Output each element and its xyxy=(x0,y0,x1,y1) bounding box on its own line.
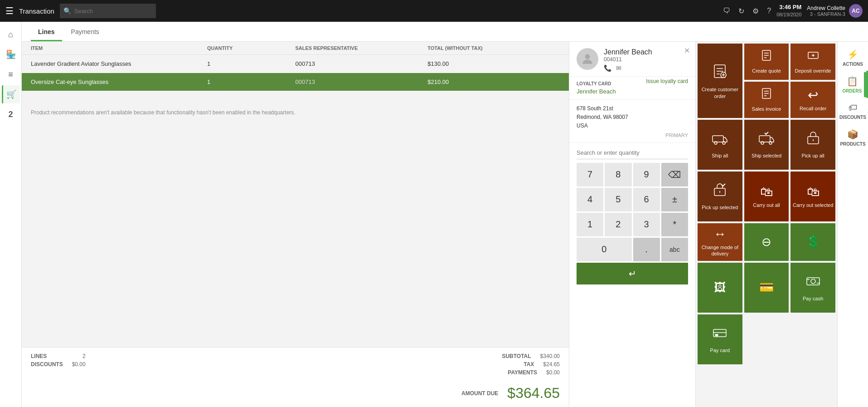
carry-out-selected-label: Carry out selected xyxy=(793,202,833,208)
svg-rect-22 xyxy=(759,136,770,142)
sidebar-item-store[interactable]: 🏪 xyxy=(2,45,20,64)
lines-table: ITEM QUANTITY SALES REPRESENTATIVE TOTAL… xyxy=(22,42,569,347)
numpad-4[interactable]: 4 xyxy=(577,188,603,211)
deposit-override-tile[interactable]: Deposit override xyxy=(790,44,835,80)
email-icon[interactable]: ✉ xyxy=(616,64,621,72)
ship-all-tile[interactable]: Ship all xyxy=(698,120,742,170)
address-section: 678 South 21st Redmond, WA 98007 USA PRI… xyxy=(569,100,695,142)
sidebar-nav: ⌂ 🏪 ≡ 🛒 2 xyxy=(0,22,22,407)
pick-up-selected-icon xyxy=(712,182,728,201)
icon-action-1-tile[interactable]: ⊖ xyxy=(744,223,789,261)
settings-icon[interactable]: ⚙ xyxy=(752,7,759,15)
carry-out-all-icon: 🛍 xyxy=(760,184,773,199)
item-rep: 000713 xyxy=(296,60,428,67)
recall-order-label: Recall order xyxy=(800,105,826,112)
sidebar-item-menu[interactable]: ≡ xyxy=(2,65,20,83)
carry-out-all-tile[interactable]: 🛍 Carry out all xyxy=(744,172,789,221)
numpad-dot[interactable]: . xyxy=(633,238,660,261)
numpad-grid: 7 8 9 ⌫ 4 5 6 ± 1 2 3 * 0 . abc xyxy=(577,163,688,284)
col-total: TOTAL (WITHOUT TAX) xyxy=(427,45,560,51)
carry-out-selected-tile[interactable]: 🛍 Carry out selected xyxy=(790,172,835,221)
recall-order-tile[interactable]: ↩ Recall order xyxy=(790,82,835,118)
amount-due-value: $364.65 xyxy=(507,385,560,402)
help-icon[interactable]: ? xyxy=(767,7,771,15)
svg-point-28 xyxy=(811,279,815,284)
tiles-area: Create customer order Create quote Depos… xyxy=(696,42,837,407)
numpad-backspace[interactable]: ⌫ xyxy=(661,163,688,186)
customer-header: Jennifer Beach 004011 📞 ✉ ✕ xyxy=(569,42,695,77)
create-customer-order-tile[interactable]: Create customer order xyxy=(698,44,742,118)
discounts-icon: 🏷 xyxy=(849,103,858,113)
tab-lines[interactable]: Lines xyxy=(31,24,62,41)
ship-selected-tile[interactable]: Ship selected xyxy=(744,120,789,170)
numpad-3[interactable]: 3 xyxy=(633,213,660,236)
item-name: Oversize Cat-eye Sunglasses xyxy=(31,78,207,85)
numpad-2[interactable]: 2 xyxy=(605,213,631,236)
phone-icon[interactable]: 📞 xyxy=(604,64,611,72)
item-total: $210.00 xyxy=(427,78,560,85)
table-row[interactable]: Lavender Gradient Aviator Sunglasses 1 0… xyxy=(22,55,569,73)
numpad-1[interactable]: 1 xyxy=(577,213,603,236)
tabs-bar: Lines Payments xyxy=(22,22,868,42)
sidebar-item-discounts[interactable]: 🏷 DISCOUNTS xyxy=(839,99,867,123)
icon-action-3-tile[interactable]: 🖼 xyxy=(698,263,742,313)
sidebar-item-orders[interactable]: 📋 ORDERS xyxy=(839,72,867,97)
search-input[interactable] xyxy=(60,4,156,18)
numpad-0[interactable]: 0 xyxy=(577,238,632,261)
pick-up-all-icon xyxy=(805,130,821,150)
sidebar-item-actions[interactable]: ⚡ ACTIONS xyxy=(839,45,867,70)
icon-action-4-tile[interactable]: 💳 xyxy=(744,263,789,313)
col-quantity: QUANTITY xyxy=(207,45,296,51)
customer-panel: Jennifer Beach 004011 📞 ✉ ✕ LOYALTY CARD… xyxy=(569,42,696,407)
numpad-8[interactable]: 8 xyxy=(605,163,631,186)
customer-name: Jennifer Beach xyxy=(604,48,688,56)
sidebar-item-home[interactable]: ⌂ xyxy=(2,25,20,44)
numpad-abc[interactable]: abc xyxy=(661,238,688,261)
tab-payments[interactable]: Payments xyxy=(64,24,107,41)
pick-up-all-tile[interactable]: Pick up all xyxy=(790,120,835,170)
card-icon: 💳 xyxy=(759,280,774,294)
numpad-search-input[interactable] xyxy=(577,147,688,159)
issue-loyalty-card-button[interactable]: Issue loyalty card xyxy=(646,78,688,84)
numpad-enter[interactable]: ↵ xyxy=(577,263,688,284)
close-customer-button[interactable]: ✕ xyxy=(684,46,690,55)
actions-icon: ⚡ xyxy=(847,49,858,60)
ship-selected-icon xyxy=(758,130,775,150)
sidebar-item-cart[interactable]: 🛒 xyxy=(2,85,20,103)
create-quote-tile[interactable]: Create quote xyxy=(744,44,789,80)
icon-action-2-tile[interactable]: 💲 xyxy=(790,223,835,261)
svg-rect-19 xyxy=(713,136,723,142)
numpad-6[interactable]: 6 xyxy=(633,188,660,211)
item-rep: 000713 xyxy=(296,78,428,85)
amount-due-row: AMOUNT DUE $364.65 xyxy=(31,381,560,402)
discounts-label: DISCOUNTS xyxy=(31,361,63,368)
numpad-7[interactable]: 7 xyxy=(577,163,603,186)
change-mode-label: Change mode of delivery xyxy=(699,244,741,257)
numpad-5[interactable]: 5 xyxy=(605,188,631,211)
pick-up-selected-label: Pick up selected xyxy=(702,204,738,211)
numpad-plusminus[interactable]: ± xyxy=(661,188,688,211)
pay-cash-tile[interactable]: Pay cash xyxy=(790,263,835,313)
subtotal-value: $340.00 xyxy=(540,353,560,359)
svg-point-0 xyxy=(585,54,590,59)
chat-icon[interactable]: 🗨 xyxy=(723,7,730,15)
user-avatar: AC xyxy=(849,4,863,18)
table-row[interactable]: Oversize Cat-eye Sunglasses 1 000713 $21… xyxy=(22,73,569,91)
discounts-label: DISCOUNTS xyxy=(839,115,866,120)
pick-up-selected-tile[interactable]: Pick up selected xyxy=(698,172,742,221)
sales-invoice-tile[interactable]: Sales invoice xyxy=(744,82,789,118)
numpad-9[interactable]: 9 xyxy=(633,163,660,186)
refresh-icon[interactable]: ↻ xyxy=(738,7,744,15)
create-customer-order-label: Create customer order xyxy=(699,86,741,99)
sidebar-item-2[interactable]: 2 xyxy=(2,105,20,123)
hamburger-menu[interactable]: ☰ xyxy=(5,5,14,16)
change-mode-delivery-tile[interactable]: ↔ Change mode of delivery xyxy=(698,223,742,261)
pay-card-tile[interactable]: Pay card xyxy=(698,314,742,364)
sidebar-item-products[interactable]: 📦 PRODUCTS xyxy=(839,125,867,150)
numpad-multiply[interactable]: * xyxy=(661,213,688,236)
main-content: Lines Payments ITEM QUANTITY SALES REPRE… xyxy=(22,22,868,407)
topbar-icons: 🗨 ↻ ⚙ ? xyxy=(723,7,771,15)
payments-value: $0.00 xyxy=(546,369,560,376)
subtotal-label: SUBTOTAL xyxy=(502,353,531,359)
loyalty-name: Jennifer Beach xyxy=(577,88,688,95)
